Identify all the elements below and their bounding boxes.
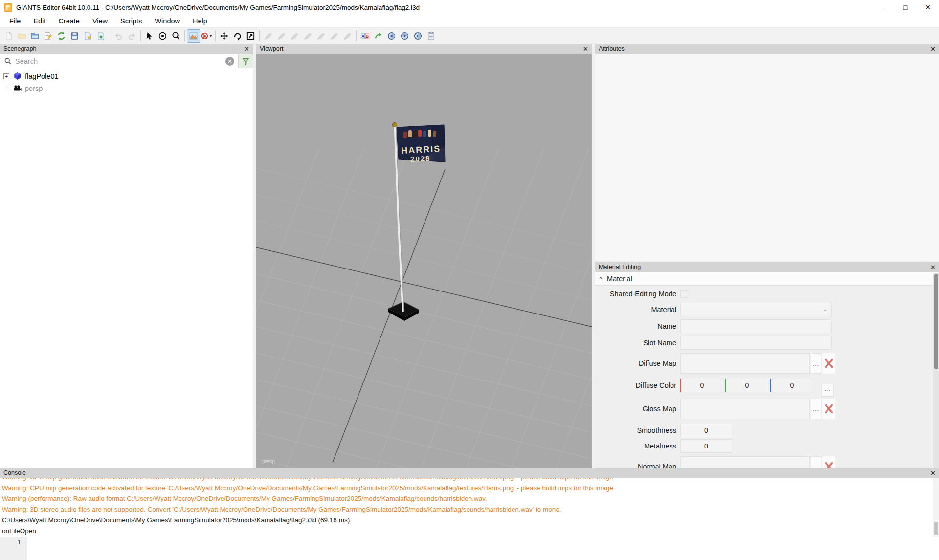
- terrain-sculpt-tool-6-button[interactable]: [328, 29, 341, 43]
- console-close-icon[interactable]: ✕: [930, 470, 936, 476]
- translate-tool-button[interactable]: [218, 29, 231, 43]
- console-line: Warning: CPU mip generation code activat…: [2, 478, 939, 483]
- minimize-button[interactable]: –: [872, 0, 894, 15]
- menu-file[interactable]: File: [3, 15, 27, 27]
- search-filter-button[interactable]: [238, 54, 253, 68]
- console-line: Warning: 3D stereo audio files are not s…: [2, 504, 939, 515]
- attributes-close-icon[interactable]: ✕: [930, 46, 936, 52]
- svg-text:A: A: [361, 33, 364, 38]
- search-input[interactable]: [15, 54, 225, 68]
- gloss-map-remove-button[interactable]: [822, 399, 835, 419]
- terrain-sculpt-tool-5-button[interactable]: [314, 29, 328, 43]
- refresh-button[interactable]: [372, 29, 385, 43]
- slot-name-label: Slot Name: [599, 339, 676, 347]
- name-field[interactable]: [680, 319, 832, 333]
- menu-scripts[interactable]: Scripts: [114, 15, 148, 27]
- diffuse-color-r-field[interactable]: 0: [680, 379, 723, 392]
- scenegraph-item-flagPole01[interactable]: +flagPole01: [0, 70, 253, 82]
- console-scrollbar[interactable]: [933, 478, 939, 537]
- diffuse-color-g-field[interactable]: 0: [725, 379, 768, 392]
- close-button[interactable]: ✕: [917, 0, 939, 15]
- save-button[interactable]: [68, 29, 81, 43]
- normal-map-remove-button[interactable]: [822, 456, 835, 468]
- terrain-sculpt-tool-7-button[interactable]: [341, 29, 354, 43]
- viewport-close-icon[interactable]: ✕: [583, 46, 588, 52]
- viewport-3d-canvas[interactable]: HARRIS 2028 persp: [256, 54, 592, 468]
- scenegraph-search-row: ✕: [0, 54, 253, 68]
- open-file-button[interactable]: [15, 29, 28, 43]
- chevron-down-icon: ⌄: [822, 305, 827, 313]
- import-button[interactable]: [94, 29, 108, 43]
- edit-notepad-button[interactable]: [42, 29, 55, 43]
- shared-editing-mode-label: Shared-Editing Mode: [599, 290, 676, 298]
- smoothness-field[interactable]: 0: [680, 424, 732, 437]
- gloss-map-browse-button[interactable]: ...: [811, 399, 821, 419]
- terrain-sculpt-tool-2-button[interactable]: [275, 29, 288, 43]
- console-scrollbar-thumb[interactable]: [934, 522, 938, 535]
- reload-shaders-button[interactable]: [411, 29, 425, 43]
- console-title: Console: [3, 470, 26, 476]
- script-line-number: 1: [0, 537, 27, 560]
- reload-file-button[interactable]: [55, 29, 68, 43]
- paste-button[interactable]: [425, 29, 438, 43]
- gloss-map-field[interactable]: [680, 399, 810, 419]
- terrain-sculpt-tool-1-button[interactable]: [262, 29, 275, 43]
- scenegraph-item-persp[interactable]: persp: [0, 82, 253, 94]
- diffuse-map-browse-button[interactable]: ...: [811, 353, 821, 374]
- console-log-area[interactable]: Warning: CPU mip generation code activat…: [0, 478, 939, 537]
- select-tool-button[interactable]: [143, 29, 156, 43]
- toolbar-separator: [259, 30, 260, 41]
- flag-text-line2: 2028: [410, 154, 431, 163]
- paint-mode-button[interactable]: ▼: [200, 29, 213, 43]
- menu-window[interactable]: Window: [148, 15, 186, 27]
- scenegraph-header: Scenegraph ✕: [0, 44, 253, 54]
- save-as-button[interactable]: [81, 29, 94, 43]
- metalness-label: Metalness: [599, 442, 676, 450]
- remove-x-icon: [824, 403, 834, 414]
- diffuse-color-b-field[interactable]: 0: [770, 379, 813, 392]
- diffuse-map-field[interactable]: [680, 353, 810, 374]
- menu-view[interactable]: View: [86, 15, 114, 27]
- harris-flag[interactable]: HARRIS 2028: [397, 125, 445, 164]
- search-icon: [4, 57, 12, 65]
- scale-tool-button[interactable]: [244, 29, 257, 43]
- rotate-tool-button[interactable]: [231, 29, 244, 43]
- expand-toggle-icon[interactable]: +: [3, 73, 9, 79]
- undo-button[interactable]: [112, 29, 125, 43]
- menu-create[interactable]: Create: [52, 15, 86, 27]
- material-scrollbar[interactable]: [933, 273, 939, 468]
- search-clear-icon[interactable]: ✕: [225, 57, 234, 66]
- normal-map-field[interactable]: [680, 456, 810, 468]
- gloss-map-label: Gloss Map: [599, 405, 676, 413]
- panel-splitter-left[interactable]: [253, 44, 256, 468]
- reload-materials-button[interactable]: [398, 29, 411, 43]
- metalness-field[interactable]: 0: [680, 439, 732, 453]
- diffuse-map-remove-button[interactable]: [822, 353, 835, 374]
- zoom-tool-button[interactable]: [169, 29, 182, 43]
- redo-button[interactable]: [125, 29, 138, 43]
- diffuse-color-picker-button[interactable]: ...: [821, 384, 834, 397]
- terrain-sculpt-tool-3-button[interactable]: [288, 29, 301, 43]
- menu-help[interactable]: Help: [186, 15, 214, 27]
- visibility-toggle-button[interactable]: [156, 29, 169, 43]
- ab-compare-button[interactable]: AB: [358, 29, 372, 43]
- new-file-button[interactable]: [2, 29, 15, 43]
- open-folder-button[interactable]: [28, 29, 42, 43]
- material-editing-close-icon[interactable]: ✕: [930, 264, 936, 270]
- reload-textures-button[interactable]: [385, 29, 398, 43]
- terrain-sculpt-tool-4-button[interactable]: [301, 29, 314, 43]
- material-editing-header: Material Editing ✕: [595, 262, 939, 272]
- panel-splitter-right[interactable]: [592, 44, 595, 468]
- script-input-field[interactable]: [27, 537, 939, 560]
- shared-editing-mode-checkbox[interactable]: [680, 290, 688, 298]
- material-scrollbar-thumb[interactable]: [934, 274, 938, 369]
- normal-map-browse-button[interactable]: ...: [811, 456, 821, 468]
- terrain-editing-button[interactable]: [187, 29, 200, 43]
- maximize-button[interactable]: □: [894, 0, 917, 15]
- dropdown-caret-icon[interactable]: ▼: [209, 34, 213, 38]
- scenegraph-close-icon[interactable]: ✕: [244, 46, 249, 52]
- material-dropdown[interactable]: ⌄: [680, 303, 832, 316]
- menu-edit[interactable]: Edit: [27, 15, 52, 27]
- slot-name-field[interactable]: [680, 336, 832, 350]
- material-section-header[interactable]: ^ Material: [595, 272, 939, 286]
